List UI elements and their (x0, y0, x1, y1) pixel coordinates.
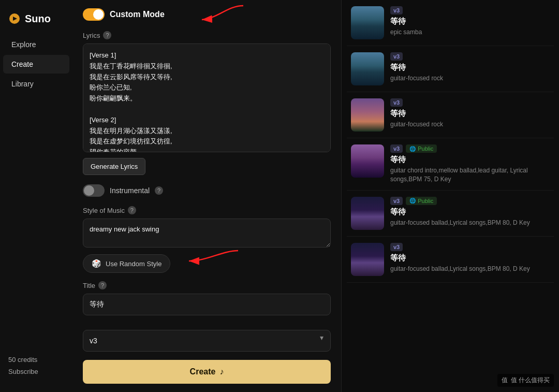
song-thumbnail (351, 52, 384, 85)
sidebar-item-create[interactable]: Create (3, 55, 69, 74)
create-button[interactable]: Create ♪ (83, 360, 331, 384)
create-button-label: Create (190, 367, 216, 376)
custom-mode-row: Custom Mode (83, 8, 331, 21)
song-list-panel: v3 等待 epic samba v3 等待 guitar-focused ro… (342, 0, 559, 392)
sidebar-item-explore[interactable]: Explore (3, 35, 69, 54)
song-info: v3 等待 guitar-focused ballad,Lyrical song… (390, 243, 550, 273)
title-input[interactable] (83, 294, 331, 315)
song-item[interactable]: v3 🌐 Public 等待 guitar-focused ballad,Lyr… (347, 191, 554, 237)
song-badge-row: v3 🌐 Public (390, 144, 550, 153)
song-thumbnail (351, 197, 384, 230)
song-badge-row: v3 (390, 98, 550, 107)
song-info: v3 等待 guitar-focused rock (390, 98, 550, 129)
instrumental-row: Instrumental ? (83, 184, 331, 197)
song-style: guitar-focused ballad,Lyrical songs,BPM … (390, 265, 550, 273)
song-thumbnail (351, 144, 384, 178)
song-title: 等待 (390, 109, 550, 119)
song-info: v3 🌐 Public 等待 guitar-focused ballad,Lyr… (390, 197, 550, 227)
song-item[interactable]: v3 等待 epic samba (347, 0, 554, 46)
generate-lyrics-button[interactable]: Generate Lyrics (83, 158, 145, 175)
version-badge: v3 (390, 52, 403, 61)
song-item[interactable]: v3 🌐 Public 等待 guitar chord intro,mellow… (347, 138, 554, 191)
song-title: 等待 (390, 253, 550, 263)
watermark-text: 值 什么值得买 (511, 376, 550, 385)
lyrics-label-row: Lyrics ? (83, 31, 331, 39)
song-badge-row: v3 (390, 52, 550, 61)
lyrics-label: Lyrics (83, 32, 100, 39)
song-style: epic samba (390, 28, 550, 37)
title-help-icon[interactable]: ? (98, 281, 107, 289)
lyrics-section: Lyrics ? [Verse 1] 我是在丁香花畔徘徊又徘徊, 我是在云影风席… (83, 31, 331, 175)
song-style: guitar-focused rock (390, 120, 550, 129)
title-label-row: Title ? (83, 281, 331, 289)
random-style-arrow (181, 246, 243, 270)
app-name: Suno (25, 13, 51, 25)
song-style: guitar-focused rock (390, 74, 550, 83)
song-item[interactable]: v3 等待 guitar-focused ballad,Lyrical song… (347, 237, 554, 283)
title-label: Title (83, 282, 95, 289)
style-label-row: Style of Music ? (83, 206, 331, 214)
sidebar-nav: Explore Create Library (0, 35, 72, 93)
song-title: 等待 (390, 207, 550, 217)
dice-icon: 🎲 (92, 259, 101, 268)
lyrics-textarea[interactable]: [Verse 1] 我是在丁香花畔徘徊又徘徊, 我是在云影风席等待又等待, 盼你… (83, 43, 331, 152)
sidebar-bottom: 50 credits Subscribe (0, 347, 72, 384)
song-title: 等待 (390, 17, 550, 26)
version-badge: v3 (390, 144, 403, 153)
version-badge: v3 (390, 243, 403, 251)
song-title: 等待 (390, 155, 550, 165)
custom-mode-label: Custom Mode (110, 10, 165, 19)
song-item[interactable]: v3 等待 guitar-focused rock (347, 92, 554, 138)
song-badge-row: v3 (390, 6, 550, 14)
create-button-icon: ♪ (219, 367, 224, 376)
sidebar-item-library[interactable]: Library (3, 75, 69, 93)
sidebar: Suno Explore Create Library 50 credits S… (0, 0, 72, 392)
instrumental-help-icon[interactable]: ? (155, 186, 163, 195)
style-section: Style of Music ? dreamy new jack swing 🎲… (83, 206, 331, 273)
suno-logo-icon (8, 12, 21, 25)
instrumental-label: Instrumental (110, 186, 150, 195)
credits-display: 50 credits (8, 356, 64, 364)
public-badge: 🌐 Public (406, 144, 437, 153)
song-item[interactable]: v3 等待 guitar-focused rock (347, 46, 554, 92)
watermark: 值 值 什么值得买 (497, 374, 554, 387)
song-info: v3 等待 epic samba (390, 6, 550, 37)
random-style-button[interactable]: 🎲 Use Random Style (83, 254, 170, 273)
style-label: Style of Music (83, 207, 125, 214)
subscribe-link[interactable]: Subscribe (8, 368, 64, 375)
title-section: Title ? (83, 281, 331, 315)
custom-mode-arrow (197, 3, 248, 26)
version-badge: v3 (390, 197, 403, 205)
song-style: guitar-focused ballad,Lyrical songs,BPM … (390, 219, 550, 227)
song-info: v3 等待 guitar-focused rock (390, 52, 550, 83)
style-input[interactable]: dreamy new jack swing (83, 219, 331, 248)
version-badge: v3 (390, 98, 403, 107)
song-thumbnail (351, 98, 384, 132)
instrumental-toggle[interactable] (83, 184, 105, 197)
version-badge: v3 (390, 6, 403, 14)
song-style: guitar chord intro,mellow ballad,lead gu… (390, 166, 550, 184)
version-select-wrapper: v3 v4 (83, 324, 331, 352)
song-badge-row: v3 🌐 Public (390, 197, 550, 205)
create-panel: Custom Mode Lyrics ? [Verse 1] 我是在丁香花畔徘徊… (72, 0, 342, 392)
version-select[interactable]: v3 v4 (83, 330, 331, 352)
style-help-icon[interactable]: ? (128, 206, 136, 214)
song-badge-row: v3 (390, 243, 550, 251)
main-content: Custom Mode Lyrics ? [Verse 1] 我是在丁香花畔徘徊… (72, 0, 559, 392)
app-logo: Suno (0, 8, 72, 35)
song-title: 等待 (390, 63, 550, 72)
song-thumbnail (351, 6, 384, 39)
random-style-label: Use Random Style (106, 260, 161, 268)
song-thumbnail (351, 243, 384, 276)
public-badge: 🌐 Public (406, 197, 437, 205)
lyrics-help-icon[interactable]: ? (103, 31, 111, 39)
song-info: v3 🌐 Public 等待 guitar chord intro,mellow… (390, 144, 550, 184)
custom-mode-toggle[interactable] (83, 8, 105, 21)
